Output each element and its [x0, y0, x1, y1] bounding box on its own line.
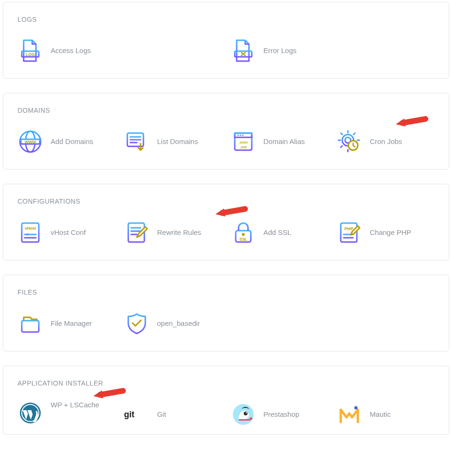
item-wp-lscache[interactable]: WP + LSCache: [18, 400, 115, 429]
grid-domains: WWW Add Domains List Domains: [18, 127, 434, 156]
panel-title-files: FILES: [18, 288, 434, 296]
item-add-ssl[interactable]: SSL Add SSL: [230, 218, 328, 247]
item-list-domains[interactable]: List Domains: [124, 127, 222, 156]
svg-point-24: [242, 233, 245, 236]
grid-logs: LOG Access Logs Error Logs: [18, 36, 434, 65]
git-icon: git: [124, 402, 150, 427]
file-manager-icon: [18, 311, 43, 336]
panel-title-application-installer: APPLICATION INSTALLER: [18, 379, 434, 387]
svg-text:LOG: LOG: [26, 52, 35, 57]
item-label: Domain Alias: [264, 137, 305, 146]
panel-title-configurations: CONFIGURATIONS: [18, 198, 434, 205]
svg-point-10: [237, 135, 239, 136]
item-add-domains[interactable]: WWW Add Domains: [18, 127, 115, 156]
error-log-icon: [230, 38, 256, 63]
item-label: File Manager: [51, 319, 92, 328]
item-rewrite-rules[interactable]: Rewrite Rules: [124, 218, 222, 247]
item-open-basedir[interactable]: open_basedir: [124, 309, 222, 338]
item-access-logs[interactable]: LOG Access Logs: [18, 36, 222, 65]
item-label: Error Logs: [264, 46, 297, 55]
prestashop-icon: [230, 402, 256, 427]
svg-point-20: [27, 234, 28, 235]
item-label: Rewrite Rules: [157, 228, 201, 237]
svg-point-36: [355, 406, 358, 410]
item-label: Mautic: [370, 410, 390, 419]
svg-point-34: [244, 412, 248, 415]
item-change-php[interactable]: PHP Change PHP: [337, 218, 434, 247]
mautic-icon: [337, 402, 362, 427]
panel-configurations: CONFIGURATIONS vHost vHost Conf: [3, 184, 449, 260]
svg-text:vHost: vHost: [25, 226, 36, 231]
item-git[interactable]: git Git: [124, 400, 222, 429]
item-mautic[interactable]: Mautic: [337, 400, 434, 429]
grid-files: File Manager open_basedir: [18, 309, 434, 338]
cron-jobs-icon: [337, 129, 362, 154]
item-vhost-conf[interactable]: vHost vHost Conf: [18, 218, 115, 247]
panel-logs: LOGS LOG Access Logs: [3, 2, 449, 79]
svg-point-12: [242, 135, 243, 136]
item-label: Add SSL: [264, 228, 292, 237]
item-label: Add Domains: [51, 137, 93, 146]
list-domains-icon: [124, 129, 150, 154]
wordpress-icon: [18, 400, 43, 426]
item-label: List Domains: [157, 137, 198, 146]
item-label: Change PHP: [370, 228, 411, 237]
svg-text:git: git: [124, 410, 134, 419]
svg-text:SSL: SSL: [239, 237, 247, 242]
item-label: WP + LSCache: [51, 400, 99, 410]
item-label: Cron Jobs: [370, 137, 402, 146]
item-label: open_basedir: [157, 319, 200, 328]
svg-point-21: [32, 237, 34, 239]
item-cron-jobs[interactable]: Cron Jobs: [337, 127, 434, 156]
item-label: Prestashop: [264, 410, 300, 419]
domain-alias-icon: .com .net: [230, 129, 256, 154]
item-error-logs[interactable]: Error Logs: [230, 36, 435, 65]
svg-text:PHP: PHP: [345, 226, 354, 231]
panel-domains: DOMAINS WWW Add Domains: [3, 93, 449, 170]
panel-application-installer: APPLICATION INSTALLER WP + LSCache git: [3, 366, 449, 435]
svg-text:WWW: WWW: [25, 140, 36, 144]
rewrite-rules-icon: [124, 220, 150, 245]
shield-check-icon: [124, 311, 150, 336]
item-label: Git: [157, 410, 166, 419]
access-log-icon: LOG: [18, 38, 43, 63]
item-label: vHost Conf: [51, 228, 86, 237]
ssl-lock-icon: SSL: [230, 220, 256, 245]
svg-point-35: [246, 412, 247, 413]
panel-title-domains: DOMAINS: [18, 107, 434, 114]
globe-add-icon: WWW: [18, 129, 43, 154]
change-php-icon: PHP: [337, 220, 362, 245]
item-label: Access Logs: [51, 46, 91, 55]
svg-text:.com: .com: [239, 140, 248, 144]
panel-title-logs: LOGS: [18, 16, 434, 23]
item-domain-alias[interactable]: .com .net Domain Alias: [230, 127, 328, 156]
item-file-manager[interactable]: File Manager: [18, 309, 115, 338]
svg-text:.net: .net: [239, 145, 247, 149]
item-prestashop[interactable]: Prestashop: [230, 400, 328, 429]
vhost-conf-icon: vHost: [18, 220, 43, 245]
grid-application-installer: WP + LSCache git Git: [18, 400, 434, 429]
panel-files: FILES File Manager: [3, 275, 449, 351]
svg-rect-28: [22, 321, 39, 332]
grid-configurations: vHost vHost Conf Rewrite Rules: [18, 218, 434, 247]
svg-point-11: [239, 135, 241, 136]
